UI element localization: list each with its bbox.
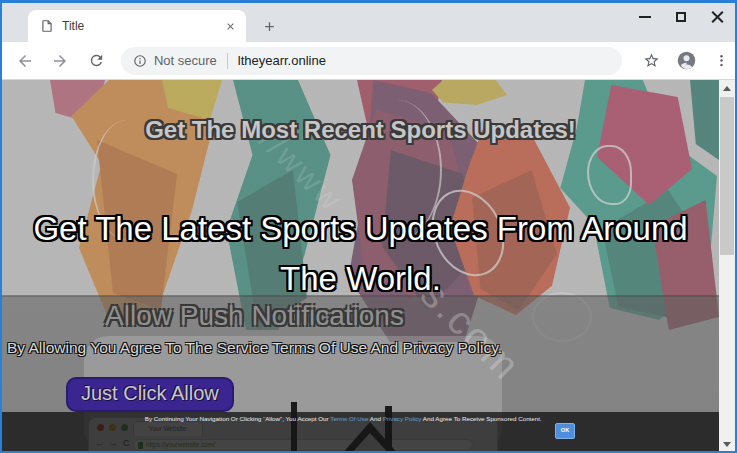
scrollbar-thumb[interactable]	[720, 97, 734, 255]
consent-bar: By Continuing Your Navigation Or Clickin…	[2, 412, 719, 453]
just-click-allow-button[interactable]: Just Click Allow	[66, 377, 234, 412]
browser-window: Title Not secure ltheyearr.onlin	[0, 0, 737, 453]
minimize-button[interactable]	[627, 3, 663, 31]
window-controls	[627, 3, 735, 31]
page-scrollbar[interactable]	[719, 80, 735, 453]
close-button[interactable]	[699, 3, 735, 31]
navigation-toolbar: Not secure ltheyearr.online	[2, 42, 735, 80]
reload-button[interactable]	[83, 48, 109, 74]
omnibox-divider	[227, 53, 228, 69]
consent-text-middle: And	[370, 416, 381, 423]
scrollbar-up-arrow[interactable]	[719, 80, 735, 97]
allow-subtext: By Allowing You Agree To The Service Ter…	[2, 339, 507, 357]
privacy-policy-link[interactable]: Privacy Policy	[383, 416, 422, 423]
consent-text: By Continuing Your Navigation Or Clickin…	[145, 416, 519, 424]
page-content: ://www s.com Get The Most Recent Sports …	[2, 80, 719, 453]
consent-text-suffix: And Agree To Receive Sponsored Content.	[423, 416, 542, 423]
forward-button[interactable]	[48, 48, 74, 74]
new-tab-button[interactable]	[258, 15, 280, 37]
hero-title: Get The Most Recent Sports Updates!	[2, 116, 719, 144]
main-heading-line1: Get The Latest Sports Updates From Aroun…	[2, 204, 719, 254]
tab-close-icon[interactable]	[222, 18, 238, 34]
main-heading: Get The Latest Sports Updates From Aroun…	[2, 204, 719, 304]
page-favicon-icon	[40, 19, 54, 33]
ok-button-label: OK	[561, 426, 569, 436]
back-button[interactable]	[12, 48, 38, 74]
allow-heading: Allow Push Notifications	[2, 300, 507, 332]
info-icon[interactable]	[133, 54, 147, 68]
allow-section: Allow Push Notifications By Allowing You…	[2, 300, 507, 357]
menu-dots-icon[interactable]	[709, 48, 735, 74]
profile-avatar-icon[interactable]	[674, 48, 700, 74]
scrollbar-down-arrow[interactable]	[719, 436, 735, 453]
browser-tab[interactable]: Title	[28, 10, 246, 42]
ok-button[interactable]: OK	[555, 423, 575, 439]
toolbar-right	[630, 48, 735, 74]
consent-text-prefix: By Continuing Your Navigation Or Clickin…	[145, 416, 329, 423]
terms-of-use-link[interactable]: Terms Of Use	[330, 416, 368, 423]
bookmark-star-icon[interactable]	[639, 48, 665, 74]
tab-title: Title	[62, 19, 222, 33]
address-bar[interactable]: Not secure ltheyearr.online	[121, 47, 622, 75]
tab-strip: Title	[2, 3, 735, 42]
security-label: Not secure	[154, 53, 217, 68]
main-heading-line2: The World.	[2, 254, 719, 304]
maximize-button[interactable]	[663, 3, 699, 31]
url-text[interactable]: ltheyearr.online	[238, 53, 326, 68]
